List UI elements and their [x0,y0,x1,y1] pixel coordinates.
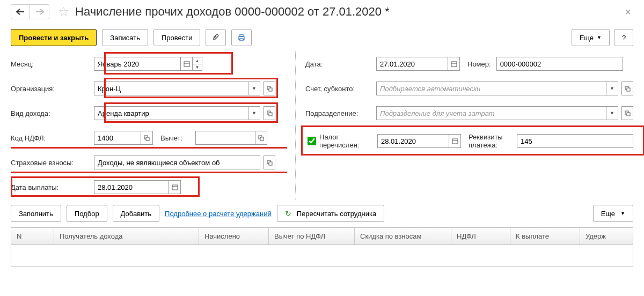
write-button[interactable]: Записать [102,29,148,46]
open-icon[interactable] [264,106,275,120]
month-input[interactable] [94,57,181,71]
date-label: Дата: [305,60,376,68]
fill-button[interactable]: Заполнить [11,205,61,222]
ndfl-code-label: Код НДФЛ: [11,134,94,142]
dept-input[interactable] [376,106,606,120]
income-table: N Получатель дохода Начислено Вычет по Н… [11,227,633,267]
close-icon[interactable]: × [623,6,633,18]
ndfl-code-input[interactable] [94,131,141,145]
details-link[interactable]: Подробнее о расчете удержаний [165,210,272,218]
deduction-input[interactable] [195,131,255,145]
open-icon[interactable] [621,82,633,95]
favorite-icon[interactable]: ☆ [58,4,70,19]
svg-rect-3 [184,62,189,66]
insurance-label: Страховые взносы: [11,159,94,167]
open-icon[interactable] [141,131,153,145]
income-type-input[interactable] [94,106,248,120]
svg-rect-14 [269,162,272,165]
svg-rect-15 [172,185,178,190]
income-type-label: Вид дохода: [11,109,94,117]
svg-rect-10 [146,137,149,140]
open-icon[interactable] [621,106,633,120]
dropdown-icon[interactable]: ▼ [248,82,260,95]
tax-paid-date-input[interactable] [377,134,449,148]
attach-button[interactable] [206,29,226,46]
dropdown-icon[interactable]: ▼ [606,82,618,95]
forward-button[interactable] [30,4,49,19]
svg-rect-23 [452,139,458,144]
post-button[interactable]: Провести [153,29,201,46]
number-label: Номер: [467,60,491,68]
dept-label: Подразделение: [305,109,376,117]
col-ndfl[interactable]: НДФЛ [451,228,510,245]
svg-rect-20 [627,88,630,91]
svg-rect-1 [240,34,243,36]
svg-rect-12 [260,137,264,140]
col-discount[interactable]: Скидка по взносам [355,228,451,245]
number-input[interactable] [496,57,623,71]
payment-req-input[interactable] [517,134,633,148]
date-input[interactable] [376,57,448,71]
calendar-icon[interactable] [449,134,461,148]
svg-rect-8 [269,113,272,116]
recalc-button[interactable]: ↻Пересчитать сотрудника [277,205,384,222]
org-input[interactable] [94,82,248,95]
calendar-icon[interactable] [448,57,460,71]
pick-button[interactable]: Подбор [67,205,107,222]
month-down-button[interactable]: ▼ [193,64,202,71]
account-input[interactable] [376,82,606,95]
deduction-label: Вычет: [160,134,195,142]
payment-req-label: Реквизиты платежа: [469,133,517,149]
col-accrued[interactable]: Начислено [199,228,269,245]
tax-paid-checkbox[interactable] [308,137,316,145]
svg-rect-6 [269,88,272,91]
calendar-icon[interactable] [169,180,181,194]
org-label: Организация: [11,85,94,93]
svg-rect-2 [240,39,243,41]
dropdown-icon[interactable]: ▼ [248,106,260,120]
account-label: Счет, субконто: [305,85,376,93]
add-button[interactable]: Добавить [113,205,159,222]
col-recipient[interactable]: Получатель дохода [54,228,199,245]
month-label: Месяц: [11,60,94,68]
svg-rect-17 [451,62,457,66]
calendar-icon[interactable] [181,57,193,71]
chevron-down-icon: ▼ [620,211,625,216]
more-button[interactable]: Еще▼ [572,29,610,46]
payment-date-label: Дата выплаты: [11,183,94,191]
open-icon[interactable] [255,131,267,145]
help-button[interactable]: ? [614,29,633,46]
print-button[interactable] [231,29,252,46]
insurance-input[interactable] [94,156,260,169]
payment-date-input[interactable] [94,180,169,194]
chevron-down-icon: ▼ [597,35,602,40]
highlight [11,172,287,173]
back-button[interactable] [11,4,30,19]
col-withhold[interactable]: Удерж [580,228,633,245]
open-icon[interactable] [264,82,275,95]
open-icon[interactable] [264,156,275,169]
refresh-icon: ↻ [285,209,291,218]
svg-rect-22 [627,113,630,116]
month-up-button[interactable]: ▲ [193,57,202,64]
highlight [11,147,287,149]
col-pay[interactable]: К выплате [510,228,580,245]
more-table-button[interactable]: Еще▼ [593,205,633,222]
tax-paid-label: Налог перечислен: [319,133,377,149]
post-and-close-button[interactable]: Провести и закрыть [11,29,97,46]
dropdown-icon[interactable]: ▼ [606,106,618,120]
col-n[interactable]: N [11,228,54,245]
col-deduction[interactable]: Вычет по НДФЛ [269,228,355,245]
page-title: Начисление прочих доходов 0000-000002 от… [75,5,390,19]
table-body[interactable] [11,245,633,267]
